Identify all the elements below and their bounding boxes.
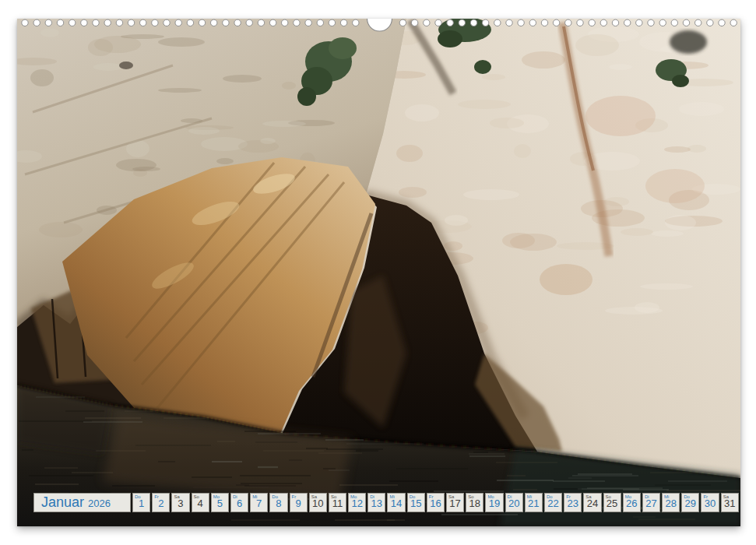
day-number: 7 (251, 498, 267, 509)
punch-hole (659, 19, 666, 26)
calendar-day-cell: Sa31 (721, 493, 739, 512)
calendar-day-cell: So11 (329, 493, 346, 512)
day-number: 18 (466, 498, 483, 509)
year-label: 2026 (88, 498, 111, 509)
punch-hole (648, 19, 654, 26)
day-number: 20 (506, 498, 522, 509)
punch-hole (399, 19, 406, 26)
day-number: 5 (212, 498, 228, 509)
punch-hole (695, 19, 701, 26)
punch-hole (529, 19, 536, 26)
calendar-day-cell: Fr30 (701, 493, 719, 512)
punch-hole (494, 19, 501, 26)
punch-hole (116, 19, 122, 26)
day-number: 28 (663, 498, 679, 509)
day-number: 8 (270, 498, 287, 509)
punch-hole (447, 19, 453, 26)
punch-hole (719, 19, 725, 26)
punch-hole (683, 19, 689, 26)
punch-hole (612, 19, 618, 26)
calendar-day-cell: Sa3 (171, 493, 189, 512)
punch-hole (258, 19, 264, 26)
punch-hole (187, 19, 193, 26)
punch-hole (353, 19, 359, 26)
calendar-day-cell: Mi21 (525, 493, 543, 512)
punch-hole (541, 19, 547, 26)
calendar-day-cell: Di6 (230, 493, 248, 512)
punch-hole (140, 19, 146, 26)
calendar-day-cell: Do8 (269, 493, 287, 512)
punch-hole (45, 19, 51, 26)
punch-hole (636, 19, 642, 26)
punch-hole (69, 19, 76, 26)
day-number: 6 (231, 498, 248, 509)
punch-hole (305, 19, 311, 26)
punch-hole (152, 19, 158, 26)
day-number: 3 (172, 498, 188, 509)
calendar-day-cell: Mo26 (623, 493, 641, 512)
calendar-day-cell: Do29 (681, 493, 699, 512)
calendar-day-cell: Di13 (367, 493, 385, 512)
calendar-day-cell: So4 (192, 493, 209, 512)
day-number: 23 (564, 498, 581, 509)
punch-hole (435, 19, 441, 26)
calendar-day-cell: Do1 (132, 493, 150, 512)
punch-hole (93, 19, 99, 26)
punch-hole (589, 19, 595, 26)
calendar-day-cell: Mi14 (387, 493, 405, 512)
punch-hole (282, 19, 288, 26)
calendar-day-cell: Do22 (544, 493, 562, 512)
day-number: 11 (329, 498, 346, 509)
calendar-day-cell: Mo19 (485, 493, 503, 512)
punch-hole (624, 19, 631, 26)
calendar-day-cell: Di20 (505, 493, 523, 512)
punch-hole (234, 19, 241, 26)
punch-hole (57, 19, 63, 26)
punch-hole (33, 19, 40, 26)
day-number: 25 (604, 498, 621, 509)
calendar-day-cell: Sa17 (446, 493, 464, 512)
punch-hole (565, 19, 571, 26)
calendar-day-cell: Mi7 (250, 493, 268, 512)
calendar-day-cell: So25 (603, 493, 621, 512)
punch-hole (175, 19, 181, 26)
punch-hole (128, 19, 134, 26)
punch-hole (411, 19, 417, 26)
day-number: 22 (545, 498, 561, 509)
day-number: 12 (349, 498, 365, 509)
calendar-day-cell: Fr16 (427, 493, 445, 512)
punch-hole (294, 19, 300, 26)
day-number: 29 (682, 498, 698, 509)
punch-hole (577, 19, 583, 26)
punch-hole (223, 19, 229, 26)
calendar-day-cell: Fr2 (152, 493, 170, 512)
punch-hole (671, 19, 677, 26)
day-number: 13 (368, 498, 385, 509)
punch-hole (81, 19, 87, 26)
calendar-day-cell: Do15 (407, 493, 425, 512)
day-number: 2 (153, 498, 169, 509)
punch-hole (506, 19, 512, 26)
punch-hole (553, 19, 559, 26)
day-number: 21 (526, 498, 542, 509)
punch-hole (211, 19, 217, 26)
punch-hole (424, 19, 430, 26)
month-label: Januar (41, 494, 84, 510)
day-number: 14 (388, 498, 404, 509)
day-number: 24 (584, 498, 600, 509)
calendar-day-cell: Mo12 (348, 493, 366, 512)
punch-hole (459, 19, 465, 26)
punch-hole (199, 19, 205, 26)
day-number: 4 (192, 498, 209, 509)
day-number: 9 (290, 498, 307, 509)
calendar-day-cell: Fr23 (564, 493, 582, 512)
punch-hole (329, 19, 335, 26)
punch-hole (730, 19, 737, 26)
calendar-sheet: Januar2026 Do1Fr2Sa3So4Mo5Di6Mi7Do8Fr9Sa… (17, 19, 740, 526)
calendar-day-cell: Di27 (642, 493, 660, 512)
calendar-day-cell: Sa24 (583, 493, 601, 512)
day-number: 27 (643, 498, 659, 509)
punch-hole (104, 19, 111, 26)
punch-hole (22, 19, 28, 26)
punch-hole (269, 19, 276, 26)
